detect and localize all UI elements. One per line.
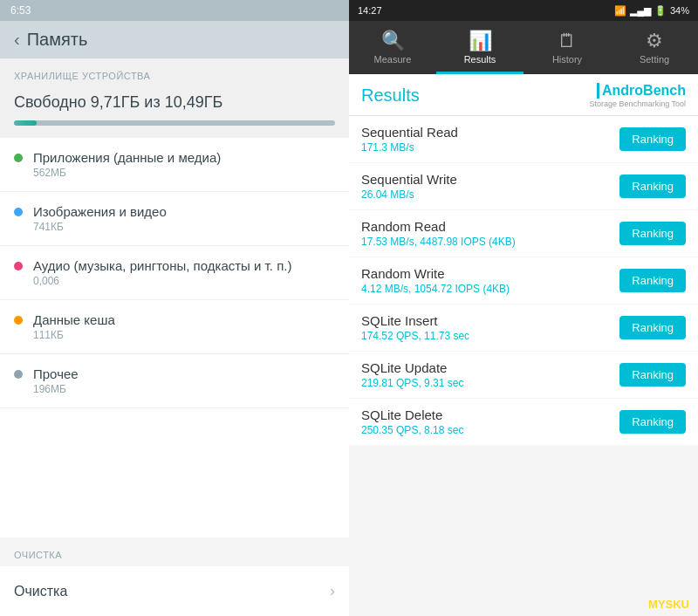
bench-info-1: Sequential Write 26.04 MB/s	[361, 172, 457, 201]
logo-bench: Bench	[643, 83, 686, 98]
logo-bar-icon	[597, 83, 599, 99]
storage-item: Аудио (музыка, рингтоны, подкасты и т. п…	[0, 246, 349, 300]
storage-free-text: Свободно 9,71ГБ из 10,49ГБ	[0, 86, 349, 117]
item-name-4: Прочее	[33, 366, 79, 381]
bench-value-1: 26.04 MB/s	[361, 188, 457, 201]
item-size-4: 196МБ	[33, 383, 79, 395]
wifi-icon: 📶	[614, 5, 626, 17]
tab-icon-history: 🗒	[558, 30, 577, 52]
signal-icon: ▂▄▆	[630, 5, 651, 17]
watermark-mysku: MYSKU	[648, 598, 689, 611]
bench-item: Random Read 17.53 MB/s, 4487.98 IOPS (4K…	[349, 210, 698, 257]
bench-value-4: 174.52 QPS, 11.73 sec	[361, 330, 469, 342]
status-bar-right: 14:27 📶 ▂▄▆ 🔋 34%	[349, 0, 698, 21]
benchmark-list: Sequential Read 171.3 MB/s Ranking Seque…	[349, 116, 698, 616]
item-name-0: Приложения (данные и медиа)	[33, 150, 221, 165]
bench-item: Sequential Write 26.04 MB/s Ranking	[349, 163, 698, 209]
bench-name-1: Sequential Write	[361, 172, 457, 187]
tab-label-history: History	[552, 54, 582, 65]
storage-item: Изображения и видео 741КБ	[0, 192, 349, 246]
item-name-1: Изображения и видео	[33, 204, 167, 219]
bench-value-2: 17.53 MB/s, 4487.98 IOPS (4KB)	[361, 236, 516, 248]
storage-item: Данные кеша 111КБ	[0, 300, 349, 354]
bench-item: SQLite Delete 250.35 QPS, 8.18 sec Ranki…	[349, 399, 698, 445]
right-panel: 14:27 📶 ▂▄▆ 🔋 34% 🔍 Measure 📊 Results 🗒 …	[349, 0, 698, 616]
battery-icon: 🔋	[654, 5, 667, 17]
ranking-button-4[interactable]: Ranking	[619, 316, 686, 339]
cleanup-section: ОЧИСТКА Очистка ›	[0, 537, 349, 616]
time-right: 14:27	[358, 5, 382, 16]
storage-item: Приложения (данные и медиа) 562МБ	[0, 138, 349, 192]
item-text-4: Прочее 196МБ	[33, 366, 79, 395]
section-storage-label: ХРАНИЛИЩЕ УСТРОЙСТВА	[0, 58, 349, 86]
ranking-button-2[interactable]: Ranking	[619, 222, 686, 245]
ranking-button-0[interactable]: Ranking	[619, 127, 686, 151]
tab-label-setting: Setting	[640, 54, 669, 65]
bench-item: Sequential Read 171.3 MB/s Ranking	[349, 116, 698, 162]
app-container: 6:53 ‹ Память ХРАНИЛИЩЕ УСТРОЙСТВА Свобо…	[0, 0, 698, 616]
category-dot-1	[14, 208, 23, 216]
bench-name-6: SQLite Delete	[361, 407, 463, 422]
category-dot-4	[14, 370, 23, 379]
bench-info-2: Random Read 17.53 MB/s, 4487.98 IOPS (4K…	[361, 219, 516, 248]
storage-items-list: Приложения (данные и медиа) 562МБ Изобра…	[0, 138, 349, 537]
bench-info-6: SQLite Delete 250.35 QPS, 8.18 sec	[361, 407, 463, 436]
results-title: Results	[361, 86, 420, 106]
tab-setting[interactable]: ⚙ Setting	[611, 26, 698, 74]
item-size-0: 562МБ	[33, 167, 221, 179]
item-name-2: Аудио (музыка, рингтоны, подкасты и т. п…	[33, 258, 291, 273]
ranking-button-3[interactable]: Ranking	[619, 269, 686, 292]
cleanup-item[interactable]: Очистка ›	[0, 566, 349, 616]
bench-item: SQLite Update 219.81 QPS, 9.31 sec Ranki…	[349, 352, 698, 398]
status-icons: 📶 ▂▄▆ 🔋 34%	[614, 5, 689, 17]
storage-bar-fill	[14, 120, 37, 126]
item-text-0: Приложения (данные и медиа) 562МБ	[33, 150, 221, 179]
storage-bar-container	[0, 117, 349, 138]
bench-info-0: Sequential Read 171.3 MB/s	[361, 125, 458, 154]
bench-value-5: 219.81 QPS, 9.31 sec	[361, 377, 463, 389]
storage-item: Прочее 196МБ	[0, 354, 349, 408]
logo-sub: Storage Benchmarking Tool	[590, 99, 686, 108]
bench-name-2: Random Read	[361, 219, 516, 234]
tab-icon-results: 📊	[469, 30, 492, 52]
item-text-3: Данные кеша 111КБ	[33, 312, 115, 341]
bench-name-4: SQLite Insert	[361, 313, 469, 328]
bench-value-3: 4.12 MB/s, 1054.72 IOPS (4KB)	[361, 283, 510, 295]
bench-info-5: SQLite Update 219.81 QPS, 9.31 sec	[361, 360, 463, 389]
logo-andro: Andro	[602, 83, 643, 98]
header-left: ‹ Память	[0, 21, 349, 58]
ranking-button-6[interactable]: Ranking	[619, 410, 686, 434]
status-bar-left: 6:53	[0, 0, 349, 21]
bench-name-3: Random Write	[361, 266, 510, 281]
bench-value-6: 250.35 QPS, 8.18 sec	[361, 424, 463, 436]
category-dot-0	[14, 154, 23, 162]
bench-info-4: SQLite Insert 174.52 QPS, 11.73 sec	[361, 313, 469, 342]
tab-bar: 🔍 Measure 📊 Results 🗒 History ⚙ Setting	[349, 21, 698, 74]
bench-name-0: Sequential Read	[361, 125, 458, 140]
battery-pct: 34%	[670, 5, 689, 16]
item-text-1: Изображения и видео 741КБ	[33, 204, 167, 233]
tab-measure[interactable]: 🔍 Measure	[349, 26, 436, 74]
category-dot-3	[14, 316, 23, 325]
page-title: Память	[27, 30, 88, 50]
left-panel: 6:53 ‹ Память ХРАНИЛИЩЕ УСТРОЙСТВА Свобо…	[0, 0, 349, 616]
tab-label-results: Results	[464, 54, 496, 65]
tab-history[interactable]: 🗒 History	[524, 26, 611, 74]
ranking-button-1[interactable]: Ranking	[619, 175, 686, 198]
results-header: Results AndroBench Storage Benchmarking …	[349, 74, 698, 116]
storage-bar-bg	[14, 120, 335, 126]
ranking-button-5[interactable]: Ranking	[619, 363, 686, 387]
back-button[interactable]: ‹	[14, 30, 20, 50]
category-dot-2	[14, 262, 23, 270]
bench-value-0: 171.3 MB/s	[361, 141, 458, 154]
bench-name-5: SQLite Update	[361, 360, 463, 375]
item-text-2: Аудио (музыка, рингтоны, подкасты и т. п…	[33, 258, 291, 287]
bench-item: SQLite Insert 174.52 QPS, 11.73 sec Rank…	[349, 305, 698, 351]
bench-item: Random Write 4.12 MB/s, 1054.72 IOPS (4K…	[349, 257, 698, 304]
tab-results[interactable]: 📊 Results	[436, 26, 524, 74]
bench-info-3: Random Write 4.12 MB/s, 1054.72 IOPS (4K…	[361, 266, 510, 295]
androbench-logo: AndroBench Storage Benchmarking Tool	[590, 83, 686, 108]
tab-icon-setting: ⚙	[646, 30, 663, 52]
chevron-right-icon: ›	[330, 582, 335, 600]
logo-top: AndroBench	[597, 83, 686, 99]
